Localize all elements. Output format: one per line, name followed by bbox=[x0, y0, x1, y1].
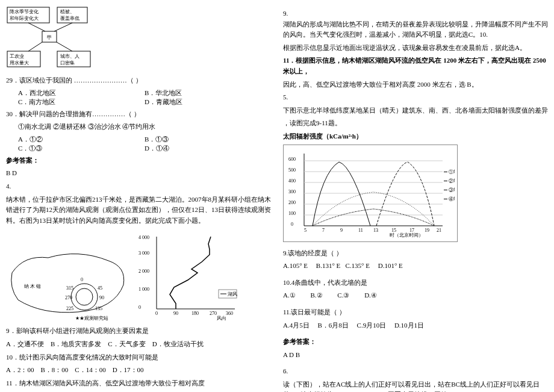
answer-header-1: 参考答案： bbox=[6, 155, 271, 166]
svg-text:270: 270 bbox=[65, 295, 72, 300]
passage-2b: ，读图完成9-11题。 bbox=[283, 118, 548, 129]
svg-text:21: 21 bbox=[437, 228, 441, 233]
svg-line-10 bbox=[28, 42, 42, 51]
q10-d: D．17：00 bbox=[113, 366, 144, 373]
q9-c: C．天气多变 bbox=[108, 340, 145, 347]
map-figure: 纳 木 错 0 45 90 135 315 270 225 ★ ★观测研究站 bbox=[6, 243, 132, 321]
svg-text:口密集: 口密集 bbox=[60, 60, 75, 66]
svg-rect-78 bbox=[444, 199, 447, 199]
rq9-stem: 9.该地的经度是（ ） bbox=[283, 248, 548, 259]
rq10-a: A.① bbox=[283, 291, 296, 299]
structure-diagram: 降水季节变化 和年际变化大 植被、 覆盖率低 甲 工农业 用水量大 城市、人 口… bbox=[6, 6, 271, 70]
svg-text:200: 200 bbox=[288, 200, 296, 205]
svg-text:甲: 甲 bbox=[47, 35, 52, 40]
height-chart: 0 1 000 2 000 3 000 4 000 0 90 180 270 3… bbox=[138, 231, 241, 321]
section-5: 5. bbox=[283, 92, 548, 103]
q29-b: B．华北地区 bbox=[145, 89, 271, 98]
svg-text:500: 500 bbox=[288, 167, 296, 173]
exp-11b: 因此，高、低空风过渡地带大致位于相对高度 2000 米左右，选 B。 bbox=[283, 79, 548, 90]
svg-text:时（北京时间）: 时（北京时间） bbox=[390, 232, 423, 238]
answer-header-3: 参考答案： bbox=[283, 337, 548, 347]
svg-text:③墙: ③墙 bbox=[449, 187, 455, 193]
q9-d: D．牧业活动干扰 bbox=[152, 340, 204, 347]
svg-text:135: 135 bbox=[95, 306, 102, 311]
svg-line-6 bbox=[28, 23, 45, 31]
svg-text:覆盖率低: 覆盖率低 bbox=[60, 16, 79, 21]
svg-text:0: 0 bbox=[81, 277, 83, 282]
svg-text:3 000: 3 000 bbox=[138, 250, 149, 256]
rq10-c: C.③ bbox=[337, 291, 349, 299]
svg-text:315: 315 bbox=[66, 285, 73, 291]
svg-text:风向: 风向 bbox=[217, 316, 226, 321]
svg-text:★观测研究站: ★观测研究站 bbox=[79, 316, 108, 321]
svg-text:②墙: ②墙 bbox=[449, 178, 455, 184]
svg-text:90: 90 bbox=[99, 295, 104, 300]
section-6: 6. bbox=[283, 366, 548, 377]
svg-rect-72 bbox=[444, 172, 447, 172]
rq11-d: D.10月1日 bbox=[394, 322, 424, 329]
exp-10: 根据图示信息显示近地面出现逆温状况，该现象最容易发生在凌晨前后，据此选A。 bbox=[283, 43, 548, 54]
q30-stem: 30．解决甲问题的合理措施有……………（ ） bbox=[6, 109, 271, 120]
q30-d: D．①④ bbox=[145, 144, 271, 153]
radiation-chart: 0100200 300400500600 579 111315 171921 时… bbox=[283, 145, 458, 242]
svg-text:7: 7 bbox=[322, 228, 325, 233]
rq9-d: D.101° E bbox=[378, 262, 403, 269]
svg-text:植被、: 植被、 bbox=[60, 9, 75, 14]
q10-stem: 10．统计图示风向随高度变化情况的大致时间可能是 bbox=[6, 352, 271, 363]
rq9-a: A.105° E bbox=[283, 262, 308, 269]
q30-b: B．①③ bbox=[145, 135, 271, 144]
passage-1: 纳木错，位于拉萨市区北偏西213千米处，是西藏第二大湖泊。2007年8月某科研小… bbox=[6, 194, 271, 226]
svg-text:降水季节变化: 降水季节变化 bbox=[10, 9, 39, 14]
svg-text:和年际变化大: 和年际变化大 bbox=[10, 16, 39, 21]
svg-text:300: 300 bbox=[288, 189, 296, 194]
svg-text:0: 0 bbox=[138, 305, 141, 310]
svg-line-7 bbox=[54, 23, 72, 31]
q11-stem: 11．纳木错湖区湖陆风环流的高、低空风过渡地带大致位于相对高度 bbox=[6, 378, 271, 389]
answer-body-3: A D B bbox=[283, 350, 548, 361]
svg-text:①墙: ①墙 bbox=[449, 169, 455, 175]
svg-text:600: 600 bbox=[288, 157, 296, 162]
rq11-c: C.9月10日 bbox=[357, 322, 387, 329]
rq11-stem: 11.该日最可能是（ ） bbox=[283, 307, 548, 318]
svg-text:13: 13 bbox=[373, 228, 378, 233]
rq11-a: A.4月5日 bbox=[283, 322, 310, 329]
svg-text:270: 270 bbox=[210, 311, 217, 316]
svg-text:★: ★ bbox=[75, 316, 79, 321]
q10-c: C．14：00 bbox=[75, 366, 105, 373]
section-4: 4. bbox=[6, 181, 271, 192]
q29-c: C．南方地区 bbox=[18, 98, 145, 107]
svg-text:225: 225 bbox=[66, 306, 73, 311]
q29-d: D．青藏地区 bbox=[145, 98, 271, 107]
q30-opts: ①南水北调 ②退耕还林 ③治沙治水 ④节约用水 bbox=[6, 122, 271, 132]
svg-text:45: 45 bbox=[98, 285, 102, 291]
svg-text:180: 180 bbox=[191, 311, 199, 316]
svg-text:100: 100 bbox=[288, 211, 296, 216]
diagram-svg: 降水季节变化 和年际变化大 植被、 覆盖率低 甲 工农业 用水量大 城市、人 口… bbox=[6, 6, 96, 69]
svg-text:4 000: 4 000 bbox=[138, 235, 149, 240]
svg-text:用水量大: 用水量大 bbox=[10, 60, 29, 66]
svg-text:11: 11 bbox=[358, 228, 363, 233]
q29-a: A．西北地区 bbox=[18, 89, 145, 98]
svg-text:工农业: 工农业 bbox=[10, 54, 24, 59]
svg-text:湖风: 湖风 bbox=[228, 291, 237, 297]
svg-rect-76 bbox=[444, 190, 447, 190]
svg-text:纳  木  错: 纳 木 错 bbox=[24, 284, 41, 289]
passage-2a: 下图示意北半球低纬度某地某日（晴天）建筑东、南、西、北各墙面太阳辐射强度值的差异 bbox=[283, 105, 548, 116]
q29-stem: 29．该区域位于我国的 ……………………（ ） bbox=[6, 75, 271, 86]
svg-text:5: 5 bbox=[304, 228, 307, 233]
svg-text:360: 360 bbox=[226, 311, 233, 316]
rq10-b: B.② bbox=[310, 291, 322, 299]
rq10-d: D.④ bbox=[364, 291, 377, 299]
svg-text:④墙: ④墙 bbox=[449, 196, 455, 202]
q9-stem: 9．影响该科研小组进行湖陆风观测的主要因素是 bbox=[6, 326, 271, 337]
svg-text:90: 90 bbox=[173, 311, 178, 316]
svg-rect-74 bbox=[444, 181, 447, 181]
q10-b: B．8：00 bbox=[40, 366, 68, 373]
q9-b: B．地质灾害多发 bbox=[51, 340, 101, 347]
svg-text:2 000: 2 000 bbox=[138, 269, 149, 274]
svg-text:1 000: 1 000 bbox=[138, 287, 149, 292]
exp-9: 9. 湖陆风的形成与湖陆比热不同，在晴天的昼夜差异表现比较明显，升降温幅度不同产… bbox=[283, 8, 548, 40]
q9-a: A．交通不便 bbox=[6, 340, 44, 347]
q30-a: A．①② bbox=[18, 135, 145, 144]
chart2-title: 太阳辐射强度（kCa/m²·h） bbox=[283, 131, 548, 142]
